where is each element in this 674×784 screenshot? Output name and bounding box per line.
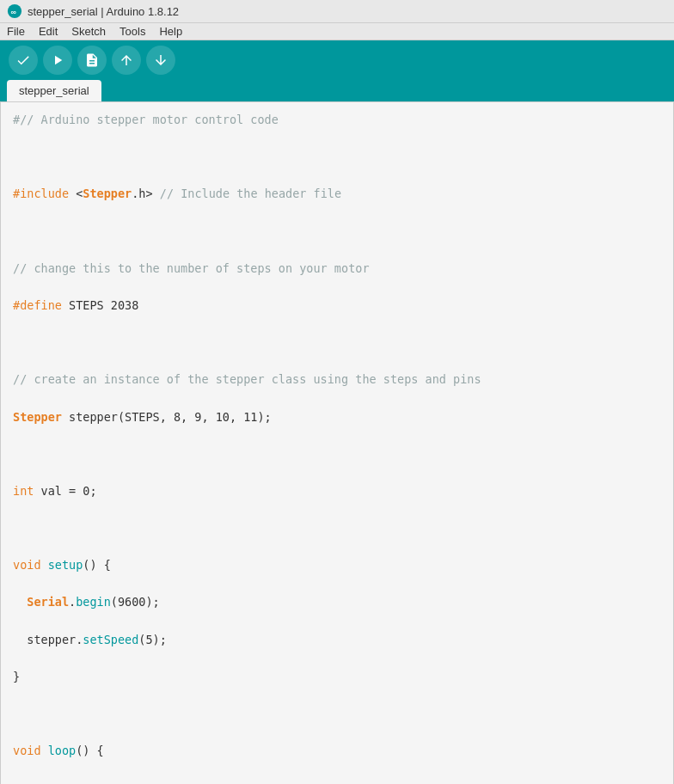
- menu-help[interactable]: Help: [159, 25, 182, 38]
- menu-file[interactable]: File: [7, 25, 25, 38]
- new-button[interactable]: [77, 46, 107, 75]
- save-button[interactable]: [146, 46, 175, 75]
- open-icon: [119, 52, 134, 68]
- tab-bar: stepper_serial: [0, 80, 674, 101]
- upload-icon: [50, 52, 65, 68]
- menu-bar: File Edit Sketch Tools Help: [0, 23, 674, 40]
- open-button[interactable]: [112, 46, 141, 75]
- upload-button[interactable]: [43, 46, 72, 75]
- code-editor[interactable]: #// Arduino stepper motor control code #…: [0, 101, 674, 784]
- toolbar: [0, 40, 674, 80]
- verify-button[interactable]: [9, 46, 38, 75]
- title-bar: ∞ stepper_serial | Arduino 1.8.12: [0, 0, 674, 23]
- checkmark-icon: [15, 52, 31, 68]
- menu-tools[interactable]: Tools: [119, 25, 145, 38]
- new-file-icon: [84, 52, 100, 68]
- arduino-logo-icon: ∞: [7, 3, 22, 19]
- tab-stepper-serial[interactable]: stepper_serial: [7, 80, 101, 101]
- save-icon: [153, 52, 168, 68]
- menu-sketch[interactable]: Sketch: [71, 25, 106, 38]
- code-content: #// Arduino stepper motor control code #…: [13, 111, 661, 784]
- menu-edit[interactable]: Edit: [39, 25, 58, 38]
- svg-text:∞: ∞: [11, 8, 17, 16]
- window-title: stepper_serial | Arduino 1.8.12: [28, 5, 179, 18]
